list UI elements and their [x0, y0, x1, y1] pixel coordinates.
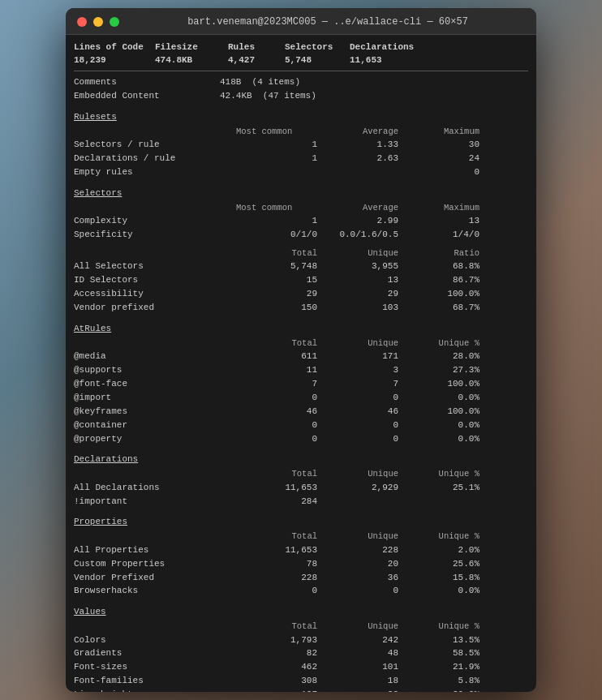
atrules-title: AtRules	[74, 323, 528, 336]
maximize-button[interactable]	[110, 17, 119, 27]
values-lineheights: Line-heights 127 38 29.9%	[74, 689, 528, 692]
values-section: Values Total Unique Unique % Colors 1,79…	[74, 606, 528, 692]
properties-vendor: Vendor Prefixed 228 36 15.8%	[74, 572, 528, 585]
properties-browserhacks: Browserhacks 0 0 0.0%	[74, 585, 528, 598]
rulesets-section: Rulesets Most common Average Maximum Sel…	[74, 111, 528, 179]
selectors-row-1: Specificity 0/1/0 0.0/1.6/0.5 1/4/0	[74, 229, 528, 242]
selectors-title: Selectors	[74, 187, 528, 200]
atrules-supports: @supports 11 3 27.3%	[74, 364, 528, 377]
filesize-header: Filesize 474.8KB	[155, 41, 228, 67]
comments-row: Comments 418B (4 items)	[74, 76, 528, 89]
comments-section: Comments 418B (4 items) Embedded Content…	[74, 76, 528, 103]
rules-header: Rules 4,427	[228, 41, 285, 67]
selectors-col-labels-2: Total Unique Ratio	[74, 247, 528, 260]
stats-header: Lines of Code 18,239 Filesize 474.8KB Ru…	[74, 41, 528, 71]
selectors-all: All Selectors 5,748 3,955 68.8%	[74, 260, 528, 273]
values-fontsizes: Font-sizes 462 101 21.9%	[74, 661, 528, 674]
atrules-import: @import 0 0 0.0%	[74, 392, 528, 405]
rulesets-row-0: Selectors / rule 1 1.33 30	[74, 139, 528, 152]
declarations-important: !important 284	[74, 496, 528, 509]
selectors-section: Selectors Most common Average Maximum Co…	[74, 187, 528, 315]
declarations-all: All Declarations 11,653 2,929 25.1%	[74, 482, 528, 495]
atrules-property: @property 0 0 0.0%	[74, 433, 528, 446]
window-title: bart.veneman@2023MC005 — ..e/wallace-cli…	[131, 16, 525, 28]
selectors-vendor: Vendor prefixed 150 103 68.7%	[74, 302, 528, 315]
properties-section: Properties Total Unique Unique % All Pro…	[74, 516, 528, 598]
selectors-col-labels-1: Most common Average Maximum	[74, 202, 528, 214]
declarations-section: Declarations Total Unique Unique % All D…	[74, 453, 528, 508]
atrules-fontface: @font-face 7 7 100.0%	[74, 378, 528, 391]
values-colors: Colors 1,793 242 13.5%	[74, 634, 528, 647]
properties-col-labels: Total Unique Unique %	[74, 530, 528, 543]
selectors-header: Selectors 5,748	[285, 41, 350, 67]
selectors-row-0: Complexity 1 2.99 13	[74, 215, 528, 228]
declarations-col-labels: Total Unique Unique %	[74, 468, 528, 480]
values-fontfamilies: Font-families 308 18 5.8%	[74, 675, 528, 688]
atrules-container: @container 0 0 0.0%	[74, 419, 528, 432]
values-col-labels: Total Unique Unique %	[74, 621, 528, 633]
minimize-button[interactable]	[93, 17, 103, 27]
terminal-body[interactable]: Lines of Code 18,239 Filesize 474.8KB Ru…	[66, 35, 536, 692]
atrules-media: @media 611 171 28.0%	[74, 350, 528, 363]
properties-title: Properties	[74, 516, 528, 529]
selectors-id: ID Selectors 15 13 86.7%	[74, 274, 528, 287]
atrules-col-labels: Total Unique Unique %	[74, 337, 528, 350]
properties-all: All Properties 11,653 228 2.0%	[74, 544, 528, 557]
atrules-section: AtRules Total Unique Unique % @media 611…	[74, 323, 528, 446]
close-button[interactable]	[77, 17, 87, 27]
properties-custom: Custom Properties 78 20 25.6%	[74, 558, 528, 571]
rulesets-row-2: Empty rules 0	[74, 166, 528, 179]
atrules-keyframes: @keyframes 46 46 100.0%	[74, 406, 528, 419]
declarations-title: Declarations	[74, 453, 528, 466]
declarations-header: Declarations 11,653	[350, 41, 439, 67]
terminal-window: bart.veneman@2023MC005 — ..e/wallace-cli…	[66, 8, 536, 692]
titlebar: bart.veneman@2023MC005 — ..e/wallace-cli…	[66, 8, 536, 35]
rulesets-col-labels: Most common Average Maximum	[74, 126, 528, 138]
embedded-row: Embedded Content 42.4KB (47 items)	[74, 90, 528, 103]
selectors-accessibility: Accessibility 29 29 100.0%	[74, 288, 528, 301]
values-gradients: Gradients 82 48 58.5%	[74, 647, 528, 660]
loc-header: Lines of Code 18,239	[74, 41, 155, 67]
rulesets-row-1: Declarations / rule 1 2.63 24	[74, 152, 528, 165]
rulesets-title: Rulesets	[74, 111, 528, 124]
values-title: Values	[74, 606, 528, 619]
